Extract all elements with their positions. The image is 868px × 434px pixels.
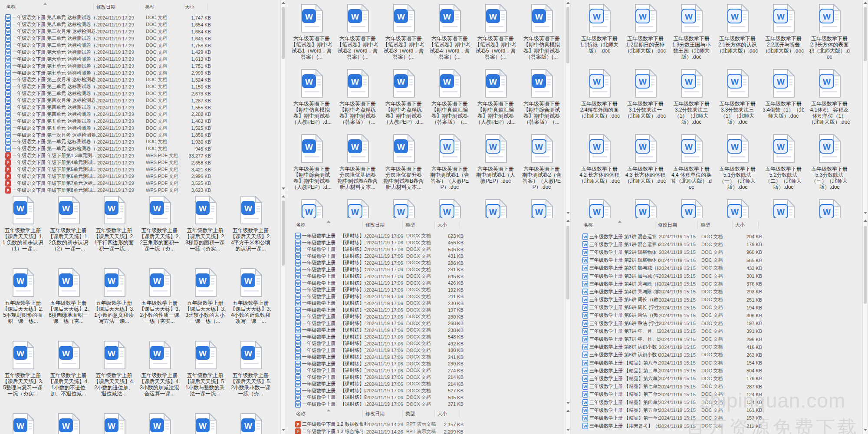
file-icon-item[interactable]: W 六年级英语下册【期中考点精练卷】期中测试卷（人教PEP）.d... (381, 69, 427, 134)
file-row[interactable]: W 一年级数学上册 【课时练】四 分类第...2024/11/19 17:06D… (289, 394, 565, 401)
file-row[interactable]: W 三年级数学上册 第4讲 乘与除 (学生版...2024/11/19 15:1… (573, 288, 862, 296)
file-row[interactable]: W 三年级数学上册 第8讲 认识小数（(教...2024/11/19 15:15… (573, 343, 862, 351)
column-header-date[interactable]: 修改日期 (363, 410, 403, 418)
column-header-type[interactable]: 类型 (403, 221, 435, 229)
file-row[interactable]: W 一年级语文下册 第六单元 达标测试卷（...2024/11/19 17:29… (0, 49, 280, 56)
file-icon-item[interactable]: W 五年级数学上册【课后天天练】1.1 负数的初步认识（1）一课... (0, 195, 46, 268)
scroll-down-icon[interactable] (566, 212, 570, 214)
file-icon-item[interactable]: W 五年级数学下册 3.1分数乘法一（北师大版）.doc (622, 69, 668, 134)
file-row[interactable]: W 一年级数学上册 【课时练】九 总复习...2024/11/19 17:06D… (289, 260, 565, 266)
scroll-up-icon[interactable] (566, 220, 570, 222)
file-row[interactable]: W 一年级语文下册 第六单元 达标检测卷（...2024/11/19 17:29… (0, 56, 280, 62)
file-row[interactable]: W 一年级语文下册 第五单元 达标检测卷（...2024/11/19 17:29… (0, 125, 280, 132)
scroll-down-icon[interactable] (566, 402, 570, 404)
file-icon-item[interactable]: W 五年级数学下册 4.4 体积单位的换算（北师大版）.doc (668, 134, 714, 199)
file-icon-item[interactable]: W 五年级数学上册【课后天天练】4.3小数的加减法混合运算一课... (137, 340, 182, 413)
file-row[interactable]: W 一年级语文下册 第四次月考 达标检测卷...2024/11/19 17:29… (0, 97, 280, 104)
file-icon-item[interactable]: W 六年级英语下册 期中测试卷1（人教PEP）.doc (473, 134, 519, 199)
file-row[interactable]: W 三年级数学上册 第3讲 加与减 (学生版...2024/11/19 15:1… (573, 272, 862, 280)
file-row[interactable]: W 一年级语文下册 第八单元 达标检测卷（...2024/11/19 17:29… (0, 21, 280, 28)
file-icon-item[interactable]: W 五年级数学下册 3.2分数乘法二（1）（北师大版）.doc (668, 69, 714, 134)
file-row[interactable]: W 一年级数学上册 【课时练】三 加与减...2024/11/19 17:06D… (289, 347, 565, 354)
scroll-down-icon[interactable] (566, 429, 570, 431)
file-icon-item[interactable]: W (46, 413, 91, 434)
file-row[interactable]: W 一年级语文下册 第三次月考 达标检测卷...2024/11/19 17:29… (0, 76, 280, 83)
column-header-type[interactable]: 类型 (403, 410, 435, 418)
column-header-name[interactable]: 名称 (3, 3, 94, 11)
file-row[interactable]: W 三年级数学上册 【精品】第五单元《周...2024/11/19 15:15D… (573, 406, 862, 414)
scrollbar-middle-strip[interactable] (565, 0, 571, 434)
scrollbar-thumb[interactable] (864, 226, 867, 304)
file-icon-item[interactable]: W 五年级数学下册 3.4倒数（1）（北师大版）.doc (760, 69, 806, 134)
file-row[interactable]: W 一年级语文下册 第一单元 达标测试卷（...2024/11/19 17:29… (0, 138, 280, 145)
file-row[interactable]: W 三年级数学上册 第1讲 混合运算（(教...2024/11/19 15:15… (573, 233, 862, 240)
file-row[interactable]: W 一年级数学上册 【课时练】六 认识图...2024/11/19 17:06D… (289, 280, 565, 287)
file-row[interactable]: P 一年级语文下册 年级下册第6单元测试...2024/11/19 17:29W… (0, 173, 280, 180)
file-row[interactable]: W 一年级数学上册 【课时练】八 认识钟...2024/11/19 17:06D… (289, 233, 565, 240)
file-row[interactable]: W 一年级数学上册 【课时练】九 总复习...2024/11/19 17:06D… (289, 273, 565, 280)
file-row[interactable]: W 一年级语文下册 第五单元 达标测试卷（...2024/11/19 17:29… (0, 118, 280, 125)
file-icon-item[interactable]: W 六年级英语下册【期中仿真模拟卷】期中测试卷（答案版）(... (519, 3, 565, 69)
file-icon-item[interactable]: W 六年级英语下册【期中综合测试卷】期中测试卷（人教PEP）.d... (289, 134, 335, 199)
file-icon-item[interactable]: W 六年级英语下册【期中考点精练卷】期中测试卷（答案版）（... (335, 69, 381, 134)
file-icon-item[interactable]: W 五年级数学上册【课后天天练】1.2负数的初步认识（2）一课一... (46, 195, 91, 268)
file-icon-item[interactable]: W 五年级数学下册 5.1分数除法（一）（北师大版）.doc (714, 134, 760, 199)
file-row[interactable]: W 一年级数学上册 【课时练】七 加与减...2024/11/19 17:06D… (289, 320, 565, 327)
file-icon-item[interactable]: W (91, 413, 137, 434)
file-icon-item[interactable]: W 五年级数学下册 1.3分数王国与小数王国（北师大版）.doc (668, 3, 714, 69)
file-icon-item[interactable]: W 五年级数学上册【课后天天练】2.2三角形的面积一课一练（夯... (137, 195, 182, 268)
file-icon-item[interactable]: W (0, 413, 46, 434)
file-icon-item[interactable]: W 六年级英语下册【笔试卷】期中考试卷4（word，含答案）(... (427, 3, 473, 69)
file-row[interactable]: W 一年级数学上册 【课时练】三 加与减...2024/11/19 17:06D… (289, 354, 565, 361)
file-row[interactable]: W 一年级数学上册 【课时练】三 加与减...2024/11/19 17:06D… (289, 374, 565, 381)
file-row[interactable]: W 一年级数学上册 【课时练】三 加与减...2024/11/19 17:06D… (289, 367, 565, 374)
file-row[interactable]: P 一年级语文下册 年级下册第5单元测试...2024/11/19 17:29W… (0, 166, 280, 173)
file-row[interactable]: W 一年级语文下册 第二单元 达标检测卷（...2024/11/19 17:29… (0, 42, 280, 49)
file-row[interactable]: W 一年级数学上册 【课时练】七 加与减...2024/11/19 17:06D… (289, 307, 565, 314)
file-row[interactable]: W 一年级语文下册 第三单元 达标检测卷（...2024/11/19 17:29… (0, 90, 280, 97)
file-icon-item[interactable]: W 五年级数学下册 3.3分数乘法三（1）（北师大版）.doc (714, 69, 760, 134)
file-icon-item[interactable]: W 五年级数学上册【课后天天练】4.2小数的进位加、退位减法... (91, 340, 137, 413)
file-row[interactable]: W 一年级数学上册 【课时练】二 比较第...2024/11/19 17:06D… (289, 240, 565, 247)
file-icon-item[interactable]: W 五年级数学下册 4.1体积、容积及体积单位（1）（北师大版）.doc (806, 69, 852, 134)
file-row[interactable]: W 一年级数学上册 【课时练】三 加与减...2024/11/19 17:06D… (289, 327, 565, 334)
file-icon-item[interactable]: W 五年级数学下册 1.1折纸（北师大版） .doc (576, 3, 622, 69)
scroll-down-icon[interactable] (282, 187, 285, 190)
file-icon-item[interactable]: W 六年级英语下册 期中测试卷1（含答案）（人教PEP）.doc (427, 134, 473, 199)
file-icon-item[interactable]: W 六年级英语下册【期中真题汇编卷】期中测试卷（答案版）（... (427, 69, 473, 134)
file-icon-item[interactable]: W 五年级数学下册 2.2展开与折叠（北师大版）.doc (760, 3, 806, 69)
file-icon-item[interactable]: W 六年级英语下册 期中测试卷2（含答案）（人教PEP）.doc (519, 134, 565, 199)
file-row[interactable]: P 一年级语文下册 年级下册第1-3单元测...2024/11/19 17:29… (0, 152, 280, 159)
scroll-up-icon[interactable] (566, 410, 570, 412)
file-row[interactable]: W 三年级数学上册 第7讲 年、月、日（(...2024/11/19 15:15… (573, 327, 862, 335)
file-icon-item[interactable]: W 六年级英语下册【笔试卷】期中考试卷3（word，含答案）(... (381, 3, 427, 69)
file-row[interactable]: W 三年级数学上册 第8讲 认识小数 (学生...2024/11/19 15:1… (573, 351, 862, 359)
file-row[interactable]: W 三年级数学上册 【精品】第六单元《乘...2024/11/19 15:15D… (573, 375, 862, 382)
file-icon-item[interactable]: W 五年级数学下册 4.3 长方体的体积（北师大版）.doc (622, 134, 668, 199)
file-row[interactable]: W 一年级数学上册 【课时练】二 比较第...2024/11/19 17:06D… (289, 246, 565, 253)
column-header-type[interactable]: 类型 (698, 221, 733, 229)
file-row[interactable]: W 一年级语文下册 第四单元 达标测试卷（...2024/11/19 17:29… (0, 104, 280, 111)
file-row[interactable]: W 三年级数学上册 第1讲 混合运算 (学生...2024/11/19 15:1… (573, 240, 862, 248)
column-header-size[interactable]: 大小 (435, 410, 460, 418)
scroll-down-icon[interactable] (282, 429, 285, 431)
scrollbar-thumb[interactable] (282, 7, 285, 59)
file-icon-item[interactable]: W (182, 413, 228, 434)
file-icon-item[interactable]: W 六年级英语下册【期中综合测试卷】期中测试卷（答案版）（... (519, 69, 565, 134)
file-icon-item[interactable]: W 五年级数学下册 2.4露在外面的面（北师大版）.doc (576, 69, 622, 134)
file-row[interactable]: W 一年级数学上册 【课时练】三 加与减...2024/11/19 17:06D… (289, 340, 565, 347)
file-row[interactable]: W 三年级数学上册 第5讲 周长（(教师版...2024/11/19 15:15… (573, 296, 862, 304)
scroll-up-icon[interactable] (864, 220, 867, 222)
column-header-type[interactable]: 类型 (142, 3, 182, 11)
file-row[interactable]: P 一年级语文下册 年级下册第8单元测试...2024/11/19 17:29W… (0, 187, 280, 194)
file-row[interactable]: W 三年级数学上册 第2讲 观察物体 (学生...2024/11/19 15:1… (573, 256, 862, 264)
scrollbar-thumb[interactable] (282, 201, 285, 266)
file-row[interactable]: W 一年级语文下册 第一次月考 达标检测卷...2024/11/19 17:29… (0, 132, 280, 138)
file-icon-item[interactable]: W 五年级数学下册 5.2分数除法（二）（北师大版）.doc (760, 134, 806, 199)
file-icon-item[interactable]: W 六年级英语下册【笔试卷】期中考试卷2（word，含答案）(... (335, 3, 381, 69)
file-icon-item[interactable]: W 五年级数学下册 2.1长方体的认识（北师大版）.doc (714, 3, 760, 69)
scroll-up-icon[interactable] (864, 2, 867, 4)
column-header-size[interactable]: 大小 (182, 3, 207, 11)
file-icon-item[interactable]: W 六年级英语下册【笔试卷】期中考试卷5（word，含答案）(... (473, 3, 519, 69)
scrollbar-left-strip[interactable] (280, 0, 286, 434)
